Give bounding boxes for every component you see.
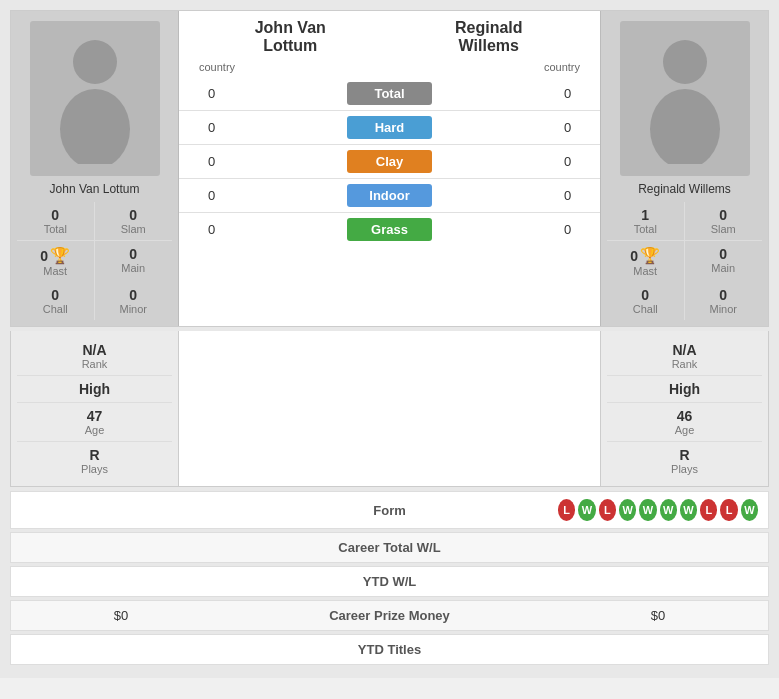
right-age-item: 46 Age (607, 403, 762, 442)
center-panel: John Van Lottum Reginald Willems country… (179, 11, 600, 326)
surface-row-total: 0 Total 0 (179, 77, 600, 110)
svg-point-1 (60, 89, 130, 164)
ytd-wl-label: YTD W/L (221, 574, 558, 589)
right-high-item: High (607, 376, 762, 403)
left-player-card: John Van Lottum 0 Total 0 Slam 0 🏆 Mast (11, 11, 179, 326)
right-stat-chall: 0 Chall (607, 282, 685, 320)
left-stat-chall: 0 Chall (17, 282, 95, 320)
right-stat-mast: 0 🏆 Mast (607, 241, 685, 282)
info-rows-section: Form LWLWWWWLLW Career Total W/L YTD W/L… (10, 491, 769, 665)
left-player-avatar (30, 21, 160, 176)
left-high-item: High (17, 376, 172, 403)
left-stat-mast: 0 🏆 Mast (17, 241, 95, 282)
surface-row-hard: 0 Hard 0 (179, 110, 600, 144)
left-detail-card: N/A Rank High 47 Age R Plays (11, 331, 179, 486)
main-wrapper: John Van Lottum 0 Total 0 Slam 0 🏆 Mast (0, 0, 779, 678)
left-stat-minor: 0 Minor (95, 282, 173, 320)
form-badge: W (578, 499, 595, 521)
form-badges-container: LWLWWWWLLW (558, 499, 758, 521)
clay-button[interactable]: Clay (347, 150, 432, 173)
grass-button[interactable]: Grass (347, 218, 432, 241)
left-stat-slam: 0 Slam (95, 202, 173, 241)
svg-point-0 (73, 40, 117, 84)
center-detail-filler (179, 331, 600, 486)
total-button[interactable]: Total (347, 82, 432, 105)
indoor-button[interactable]: Indoor (347, 184, 432, 207)
country-flags-row: country country (179, 59, 600, 77)
right-player-name-header: Reginald Willems (390, 19, 589, 55)
right-player-name-photo: Reginald Willems (638, 182, 731, 196)
form-badge: W (639, 499, 656, 521)
form-badge: L (720, 499, 737, 521)
right-stat-main: 0 Main (685, 241, 763, 282)
right-stat-minor: 0 Minor (685, 282, 763, 320)
left-player-stats-grid: 0 Total 0 Slam 0 🏆 Mast 0 Main (17, 202, 172, 320)
form-badges: LWLWWWWLLW (558, 499, 758, 521)
career-prize-left: $0 (21, 608, 221, 623)
career-prize-right: $0 (558, 608, 758, 623)
surface-row-indoor: 0 Indoor 0 (179, 178, 600, 212)
right-player-avatar (620, 21, 750, 176)
trophy-icon-right: 🏆 (640, 246, 660, 265)
left-rank-item: N/A Rank (17, 337, 172, 376)
career-total-row: Career Total W/L (10, 532, 769, 563)
hard-button[interactable]: Hard (347, 116, 432, 139)
right-rank-item: N/A Rank (607, 337, 762, 376)
form-badge: W (741, 499, 758, 521)
form-badge: L (700, 499, 717, 521)
surface-row-clay: 0 Clay 0 (179, 144, 600, 178)
trophy-icon-left: 🏆 (50, 246, 70, 265)
svg-point-2 (663, 40, 707, 84)
right-country: country (544, 61, 580, 73)
ytd-titles-label: YTD Titles (221, 642, 558, 657)
left-country: country (199, 61, 235, 73)
player-names-row: John Van Lottum Reginald Willems (179, 11, 600, 59)
svg-point-3 (650, 89, 720, 164)
left-stat-main: 0 Main (95, 241, 173, 282)
player-silhouette-right-icon (640, 34, 730, 164)
surface-row-grass: 0 Grass 0 (179, 212, 600, 246)
left-stat-total: 0 Total (17, 202, 95, 241)
right-stat-slam: 0 Slam (685, 202, 763, 241)
right-detail-card: N/A Rank High 46 Age R Plays (600, 331, 768, 486)
right-plays-item: R Plays (607, 442, 762, 480)
career-total-label: Career Total W/L (221, 540, 558, 555)
form-row: Form LWLWWWWLLW (10, 491, 769, 529)
ytd-titles-row: YTD Titles (10, 634, 769, 665)
left-player-name-header: John Van Lottum (191, 19, 390, 55)
form-badge: L (558, 499, 575, 521)
player-comparison-card: John Van Lottum 0 Total 0 Slam 0 🏆 Mast (10, 10, 769, 327)
right-player-stats-grid: 1 Total 0 Slam 0 🏆 Mast 0 Main (607, 202, 762, 320)
detail-cards-row: N/A Rank High 47 Age R Plays N/A Rank (10, 331, 769, 487)
left-plays-item: R Plays (17, 442, 172, 480)
form-label: Form (221, 503, 558, 518)
player-silhouette-icon (50, 34, 140, 164)
career-prize-row: $0 Career Prize Money $0 (10, 600, 769, 631)
form-badge: W (680, 499, 697, 521)
form-badge: W (619, 499, 636, 521)
left-player-name-photo: John Van Lottum (50, 182, 140, 196)
ytd-wl-row: YTD W/L (10, 566, 769, 597)
form-badge: W (660, 499, 677, 521)
career-prize-label: Career Prize Money (221, 608, 558, 623)
right-player-card: Reginald Willems 1 Total 0 Slam 0 🏆 Mast (600, 11, 768, 326)
surfaces-section: 0 Total 0 0 Hard 0 0 Clay 0 0 Indoor (179, 77, 600, 326)
left-age-item: 47 Age (17, 403, 172, 442)
right-stat-total: 1 Total (607, 202, 685, 241)
form-badge: L (599, 499, 616, 521)
